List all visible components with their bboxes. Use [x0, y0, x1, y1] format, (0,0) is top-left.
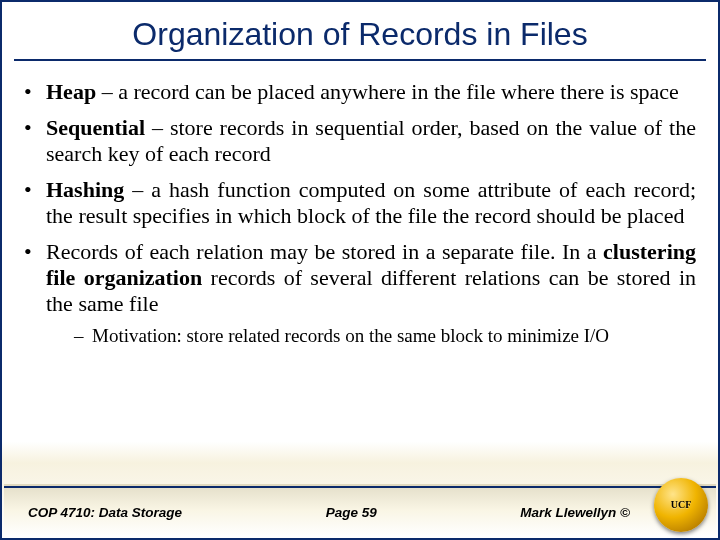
clustering-pre: Records of each relation may be stored i… — [46, 239, 603, 264]
bullet-clustering: Records of each relation may be stored i… — [24, 239, 696, 347]
footer-author: Mark Llewellyn © — [520, 505, 630, 520]
sub-bullet-motivation: Motivation: store related records on the… — [74, 325, 696, 347]
bullet-sequential: Sequential – store records in sequential… — [24, 115, 696, 167]
desc-hashing: – a hash function computed on some attri… — [46, 177, 696, 228]
term-sequential: Sequential — [46, 115, 145, 140]
slide: Organization of Records in Files Heap – … — [0, 0, 720, 540]
bullet-list: Heap – a record can be placed anywhere i… — [24, 79, 696, 347]
desc-heap: – a record can be placed anywhere in the… — [96, 79, 679, 104]
bullet-heap: Heap – a record can be placed anywhere i… — [24, 79, 696, 105]
footer-page: Page 59 — [326, 505, 377, 520]
footer-course: COP 4710: Data Storage — [28, 505, 182, 520]
slide-title: Organization of Records in Files — [2, 16, 718, 53]
footer: COP 4710: Data Storage Page 59 Mark Llew… — [4, 486, 716, 536]
logo-text: UCF — [671, 500, 692, 510]
title-underline — [14, 59, 706, 61]
footer-content: COP 4710: Data Storage Page 59 Mark Llew… — [4, 488, 716, 536]
term-heap: Heap — [46, 79, 96, 104]
sub-bullet-list: Motivation: store related records on the… — [74, 325, 696, 347]
term-hashing: Hashing — [46, 177, 124, 202]
ucf-logo-icon: UCF — [654, 478, 708, 532]
logo-circle: UCF — [654, 478, 708, 532]
bullet-hashing: Hashing – a hash function computed on so… — [24, 177, 696, 229]
content-area: Heap – a record can be placed anywhere i… — [24, 79, 696, 347]
